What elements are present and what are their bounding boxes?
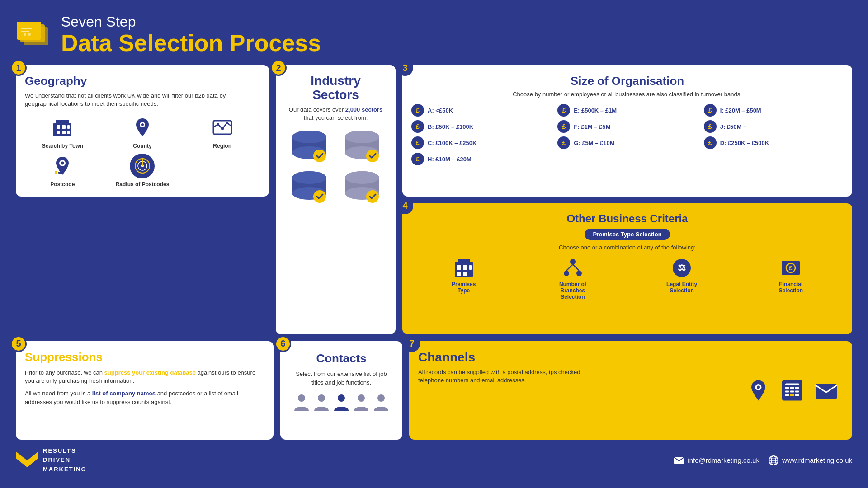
step1-description: We understand that not all clients work … xyxy=(25,92,260,108)
criteria-icons: PremisesType Number ofBranchesSelection xyxy=(411,257,843,300)
svg-rect-79 xyxy=(785,390,789,392)
svg-point-47 xyxy=(345,171,379,184)
step1-title: Geography xyxy=(25,74,260,88)
step6-number: 6 xyxy=(275,336,291,352)
geo-search-by-town-label: Search by Town xyxy=(42,143,83,149)
step2-description: Our data covers over 2,000 sectors that … xyxy=(285,106,387,122)
svg-rect-80 xyxy=(790,390,794,392)
bottom-grid: 5 Suppressions Prior to any purchase, we… xyxy=(16,341,852,440)
email-icon xyxy=(814,378,839,403)
step5-para2: All we need from you is a list of compan… xyxy=(25,389,264,406)
header-subtitle: Seven Step xyxy=(61,14,321,30)
person-icon-5 xyxy=(373,394,389,412)
svg-rect-52 xyxy=(463,265,467,270)
pound-icon: £ xyxy=(557,120,570,133)
pound-icon: £ xyxy=(411,136,424,149)
pound-icon: £ xyxy=(557,104,570,117)
geo-county: County xyxy=(105,115,180,149)
header-icon xyxy=(16,19,52,51)
geo-radius-label: Radius of Postcodes xyxy=(116,181,170,188)
person-icon-4 xyxy=(353,394,369,412)
pound-icon: £ xyxy=(704,104,717,117)
band-F: £ F: £1M – £5M xyxy=(557,120,697,133)
svg-rect-83 xyxy=(790,394,794,396)
band-E-label: E: £500K – £1M xyxy=(574,107,617,114)
criteria-legal-label: Legal EntitySelection xyxy=(666,281,697,294)
footer-logo-line3: MARKETING xyxy=(43,465,87,474)
svg-rect-54 xyxy=(457,272,461,276)
step5-number: 5 xyxy=(10,336,27,352)
band-C: £ C: £100K – £250K xyxy=(411,136,551,149)
header-text: Seven Step Data Selection Process xyxy=(61,14,321,56)
band-D-label: D: £250K – £500K xyxy=(720,140,769,146)
svg-rect-84 xyxy=(795,394,799,396)
band-I: £ I: £20M – £50M xyxy=(704,104,843,117)
svg-point-67 xyxy=(298,394,305,402)
footer-website: www.rdmarketing.co.uk xyxy=(782,456,852,464)
step7-number: 7 xyxy=(404,336,420,352)
band-H: £ H: £10M – £20M xyxy=(411,153,551,165)
footer-email: info@rdmarketing.co.uk xyxy=(688,456,760,464)
svg-point-18 xyxy=(217,123,219,126)
svg-point-16 xyxy=(141,123,144,126)
svg-point-37 xyxy=(345,131,379,143)
step4-description: Choose one or a combination of any of th… xyxy=(411,244,843,252)
step3-number: 3 xyxy=(397,60,413,76)
svg-point-73 xyxy=(757,385,760,389)
svg-rect-50 xyxy=(458,259,470,263)
step6-title: Contacts xyxy=(289,350,393,366)
radius-icon xyxy=(130,154,155,178)
geo-search-by-town: Search by Town xyxy=(25,115,100,149)
svg-text:⚖: ⚖ xyxy=(678,263,686,272)
svg-point-61 xyxy=(571,266,575,270)
step2-number: 2 xyxy=(270,60,287,76)
header: Seven Step Data Selection Process xyxy=(16,14,852,56)
criteria-financial: £ FinancialSelection xyxy=(739,257,843,300)
band-J: £ J: £50M + xyxy=(704,120,843,133)
svg-text:£: £ xyxy=(789,264,793,272)
footer: RESULTS DRIVEN MARKETING info@rdmarketin… xyxy=(16,446,852,474)
geo-radius: Radius of Postcodes xyxy=(105,154,180,188)
svg-rect-10 xyxy=(62,125,66,129)
svg-rect-12 xyxy=(57,131,60,134)
company-names-highlight: list of company names xyxy=(92,390,156,397)
step7-channels: 7 Channels All records can be supplied w… xyxy=(409,341,852,440)
geo-county-label: County xyxy=(133,143,151,149)
pound-icon: £ xyxy=(411,153,424,165)
svg-rect-3 xyxy=(21,28,32,29)
db-icon-3 xyxy=(285,169,334,206)
geo-postcode: Postcode xyxy=(25,154,100,188)
step1-number: 1 xyxy=(10,60,27,76)
band-A: £ A: <£50K xyxy=(411,104,551,117)
main-container: Seven Step Data Selection Process 1 Geog… xyxy=(0,0,868,488)
svg-rect-23 xyxy=(55,171,57,174)
criteria-legal: ⚖ Legal EntitySelection xyxy=(630,257,734,300)
svg-rect-82 xyxy=(785,394,789,396)
svg-point-57 xyxy=(564,271,569,276)
building-icon xyxy=(50,115,75,140)
pound-icon: £ xyxy=(411,120,424,133)
band-F-label: F: £1M – £5M xyxy=(574,123,610,130)
pound-icon: £ xyxy=(704,136,717,149)
step6-description: Select from our extensive list of job ti… xyxy=(289,370,393,386)
telephone-icon xyxy=(780,378,805,403)
postcode-icon xyxy=(50,154,75,178)
suppress-highlight: suppress your existing database xyxy=(104,369,196,376)
step5-title: Suppressions xyxy=(25,350,264,364)
footer-email-icon xyxy=(674,457,684,464)
criteria-premises: PremisesType xyxy=(411,257,516,300)
step4-number: 4 xyxy=(397,198,413,214)
svg-rect-51 xyxy=(457,265,461,270)
svg-rect-8 xyxy=(56,120,69,124)
db-icons xyxy=(285,129,387,206)
db-icon-1 xyxy=(285,129,334,165)
band-G: £ G: £5M – £10M xyxy=(557,136,697,149)
band-E: £ E: £500K – £1M xyxy=(557,104,697,117)
footer-logo-line2: DRIVEN xyxy=(43,455,87,465)
svg-point-32 xyxy=(292,131,326,143)
svg-rect-4 xyxy=(21,31,29,32)
criteria-branches-label: Number ofBranchesSelection xyxy=(559,281,586,300)
contact-people-icons xyxy=(289,394,393,412)
svg-rect-53 xyxy=(469,265,472,270)
band-C-label: C: £100K – £250K xyxy=(428,140,476,146)
